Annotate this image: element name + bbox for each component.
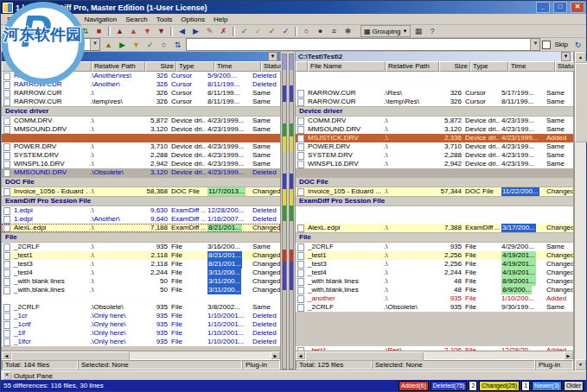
find-files-icon[interactable]: ○ [157,40,170,50]
table-row[interactable]: _test1.\2,118File8/21/201...ChangedA [2,251,280,260]
scroll-left-icon[interactable]: ◀ [2,351,11,359]
table-row[interactable]: Invoice_1056 - Eduard ....\58,368DOC Fil… [2,187,280,196]
column-header-relative-path[interactable]: Relative Path [92,61,145,72]
table-row[interactable]: RARROW.CUR.\Another\326Cursor8/11/199...… [2,80,280,89]
close-icon[interactable]: ✕ [3,371,11,380]
left-pane-header[interactable]: C:\test1 ▼ [2,52,280,61]
up-level-icon[interactable]: ▲ [102,40,115,50]
column-header-relative-path[interactable]: Relative Path [386,61,439,72]
column-header-file-name[interactable]: File Name [308,61,386,72]
table-row[interactable]: _with blank lines.\50File3/11/200...Chan… [2,277,280,286]
column-header-size[interactable]: Size [439,61,470,72]
group-row[interactable]: DOC File [2,177,280,187]
table-row[interactable]: SYSTEM.DRV.\2,288Device dri...4/23/1999.… [2,151,280,160]
chevron-down-icon[interactable]: ▼ [561,52,571,61]
group-row[interactable]: Device driver [296,106,573,117]
group-row[interactable]: Device driver [2,106,280,117]
last-diff-icon[interactable]: ▼ [155,26,168,36]
column-header-type[interactable]: Type [176,61,214,72]
table-row[interactable]: RARROW.CUR.\Another\res\326Cursor5/9/200… [2,72,280,80]
copy-left-icon[interactable]: ◀ [175,26,188,36]
swap-panes-icon[interactable]: ⇅ [79,26,92,36]
scroll-right-icon[interactable]: ▶ [564,351,573,359]
chevron-down-icon[interactable]: ▼ [530,39,539,50]
table-row[interactable]: 1.edpi.\9,630ExamDiff ...12/28/200...Del… [2,206,280,215]
table-row[interactable]: _with,blank,lines.\50File3/11/200...Chan… [2,286,280,294]
tree-view-icon[interactable]: ▦ [412,26,424,36]
table-row[interactable]: WINSPL16.DRV.\2,942Device dri...4/23/199… [2,160,280,168]
scrollbar-thumb[interactable] [305,351,424,361]
menu-item-tools[interactable]: Tools [152,16,177,23]
report-icon[interactable]: ≡ [328,26,341,36]
chevron-down-icon[interactable]: ▼ [90,39,99,50]
group-row[interactable]: ExamDiff Pro Session File [296,196,573,206]
table-row[interactable]: COMM.DRV.\5,872Device dri...4/23/199...S… [296,117,573,125]
table-row[interactable]: _with blank lines.\48File8/9/2001...Chan… [296,277,573,286]
help-icon[interactable]: ? [425,26,438,36]
column-header-time[interactable]: Time [214,61,261,72]
menu-item-options[interactable]: Options [176,16,209,23]
skip-checkbox[interactable] [542,41,551,49]
show-deleted-icon[interactable]: ✓ [279,26,292,36]
menu-item-view[interactable]: View [56,16,80,23]
recompare-icon[interactable]: ↻ [65,26,78,36]
scroll-up-icon[interactable]: ▲ [575,52,586,63]
vertical-scrollbar[interactable]: ▲ ▼ [574,52,586,370]
column-header-time[interactable]: Time [508,61,555,72]
table-row[interactable]: POWER.DRV.\3,710Device dri...4/23/199...… [296,142,573,151]
scrollbar-thumb[interactable] [575,63,587,142]
show-added-icon[interactable]: ✓ [265,26,278,36]
table-row[interactable]: _test3.\2,118File8/21/201...ChangedA [2,260,280,269]
scroll-right-icon[interactable]: ▶ [271,351,280,359]
delete-icon[interactable]: ✗ [217,26,230,36]
scroll-down-icon[interactable]: ▼ [575,359,586,370]
table-row[interactable]: _test4.\2,244File4/19/201...ChangedA [296,269,573,277]
table-row[interactable]: COMM.DRV.\5,872Device dri...4/23/1999...… [2,117,280,125]
table-row[interactable]: _another.\935File1/10/200...AddedA [296,294,573,303]
table-row[interactable]: MMSOUND.DRV.\Obsolete\3,120Device dri...… [2,168,280,177]
show-same-icon[interactable]: ✓ [238,26,251,36]
session-path-combo[interactable]: ▼ [3,38,100,51]
table-row[interactable]: MMSOUND.DRV.\3,120Device dri...4/23/199.… [296,125,573,134]
diff-map-right[interactable] [289,54,294,370]
search-all-icon[interactable]: ● [314,26,327,36]
maximize-button[interactable]: □ [553,2,567,13]
prev-diff-icon[interactable]: ▲ [127,26,140,36]
menu-item-edit[interactable]: Edit [35,16,56,23]
scrollbar-thumb[interactable] [11,351,130,361]
table-row[interactable]: MSJSTICK.DRV.\2,336Device dri...4/23/199… [296,134,573,142]
chevron-down-icon[interactable]: ▼ [268,52,278,61]
go-icon[interactable]: ▶ [116,40,129,50]
close-button[interactable]: ✕ [571,2,584,13]
save-icon[interactable]: ◧ [16,26,29,36]
table-row[interactable]: _with,blank,lines.\48File8/9/200...Chang… [296,286,573,294]
table-row[interactable]: _test1.\2,256File4/19/201...ChangedA [296,251,573,260]
table-row[interactable]: _1lfcr.\Only here\935File1/10/2001...Del… [2,338,280,346]
table-row[interactable]: _2CRLF.\935File4/29/200...SameA [296,243,573,251]
show-changed-icon[interactable]: ✓ [252,26,265,36]
minimize-button[interactable]: _ [536,2,550,13]
menu-item-search[interactable]: Search [121,16,151,23]
column-header-type[interactable]: Type [470,61,508,72]
table-row[interactable]: _2CRLF.\935File3/16/200...SameA [2,243,280,251]
stop-icon[interactable]: ■ [93,26,105,36]
open-icon[interactable]: ▣ [3,26,16,36]
right-horizontal-scrollbar[interactable]: ◀ ▶ [296,351,573,359]
filter-combo[interactable]: ▼ [186,38,540,51]
table-row[interactable]: MMSOUND.DRV.\3,120Device dri...4/23/1999… [2,125,280,134]
table-row[interactable]: WINSPL16.DRV.\2,942Device dri...4/23/199… [296,160,573,168]
next-diff-icon[interactable]: ▼ [141,26,154,36]
table-row[interactable]: 1.edpi.\Another\9,640ExamDiff ...1/16/20… [2,215,280,224]
print-icon[interactable]: ▤ [30,26,43,36]
refresh-filter-icon[interactable]: ↻ [571,40,584,50]
column-header-file-name[interactable]: File Name [14,61,92,72]
match-case-icon[interactable]: ✓ [144,40,156,50]
compare-icon[interactable]: ⇄ [51,26,64,36]
grouping-dropdown[interactable]: ▦ Grouping ▼ [360,25,411,37]
table-row[interactable]: _1cr.\Only here\935File1/10/2001...Delet… [2,312,280,320]
filter-icon[interactable]: ▼ [130,40,143,50]
menu-item-help[interactable]: Help [209,16,232,23]
table-row[interactable]: RARROW.CUR.\Res\326Cursor5/17/199...Same… [296,89,573,98]
table-row[interactable]: RARROW.CUR.\temp\Res\326Cursor8/11/199..… [296,98,573,106]
session-path-input[interactable] [3,39,90,50]
